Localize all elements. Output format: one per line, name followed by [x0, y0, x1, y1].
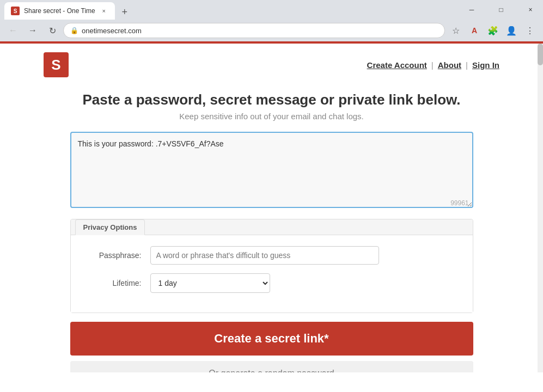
create-account-link[interactable]: Create Account — [367, 60, 427, 70]
tab-favicon: S — [11, 7, 20, 15]
lifetime-select[interactable]: 1 day 1 hour 12 hours 3 days 1 week 2 we… — [150, 273, 270, 293]
privacy-body: Passphrase: Lifetime: 1 day 1 hour 12 ho… — [71, 235, 473, 313]
close-button[interactable]: × — [518, 0, 543, 20]
about-link[interactable]: About — [438, 60, 461, 70]
passphrase-input[interactable] — [150, 246, 379, 265]
refresh-button[interactable]: ↻ — [44, 22, 61, 39]
secret-textarea[interactable]: This is your password: .7+VS5VF6_Af?Ase — [70, 132, 473, 208]
char-count: 99961 — [450, 199, 468, 207]
bookmark-icon[interactable]: ☆ — [447, 22, 465, 39]
new-tab-button[interactable]: + — [117, 4, 132, 20]
lock-icon: 🔒 — [70, 27, 78, 34]
create-secret-link-button[interactable]: Create a secret link* — [70, 322, 473, 356]
scrollbar[interactable] — [538, 44, 543, 372]
address-bar[interactable]: 🔒 onetimesecret.com — [63, 23, 445, 38]
menu-icon[interactable]: ⋮ — [521, 22, 539, 39]
scrollbar-thumb[interactable] — [538, 44, 543, 65]
tab-close-button[interactable]: × — [100, 7, 108, 15]
site-header: S Create Account | About | Sign In — [0, 44, 543, 86]
secret-textarea-wrapper: This is your password: .7+VS5VF6_Af?Ase … — [70, 132, 473, 210]
acrobat-icon[interactable]: A — [466, 22, 483, 39]
site-logo[interactable]: S — [44, 52, 69, 77]
extensions-icon[interactable]: 🧩 — [484, 22, 502, 39]
forward-button[interactable]: → — [24, 22, 41, 39]
page-headline: Paste a password, secret message or priv… — [70, 91, 473, 108]
passphrase-label: Passphrase: — [87, 251, 142, 260]
address-text: onetimesecret.com — [82, 27, 438, 35]
page-content: S Create Account | About | Sign In Paste… — [0, 44, 543, 372]
tab-title: Share secret - One Time — [24, 7, 95, 15]
sign-in-link[interactable]: Sign In — [472, 60, 499, 70]
generate-random-password-button[interactable]: Or generate a random password — [70, 361, 473, 372]
passphrase-row: Passphrase: — [87, 246, 456, 265]
browser-tab[interactable]: S Share secret - One Time × — [4, 2, 115, 20]
main-content: Paste a password, secret message or priv… — [27, 86, 517, 372]
lifetime-label: Lifetime: — [87, 279, 142, 287]
profile-icon[interactable]: 👤 — [503, 22, 520, 39]
minimize-button[interactable]: ─ — [459, 0, 484, 20]
back-button[interactable]: ← — [4, 22, 22, 39]
maximize-button[interactable]: □ — [489, 0, 514, 20]
privacy-options-tab[interactable]: Privacy Options — [75, 219, 145, 235]
privacy-options-box: Privacy Options Passphrase: Lifetime: 1 … — [70, 219, 473, 313]
page-subheadline: Keep sensitive info out of your email an… — [70, 112, 473, 121]
lifetime-row: Lifetime: 1 day 1 hour 12 hours 3 days 1… — [87, 273, 456, 293]
site-nav: Create Account | About | Sign In — [367, 60, 499, 70]
